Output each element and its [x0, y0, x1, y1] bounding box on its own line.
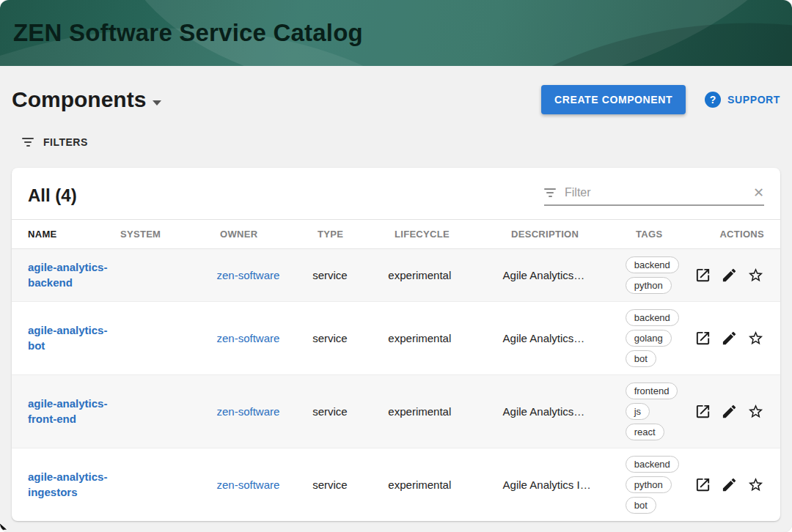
filter-icon [544, 188, 556, 197]
lifecycle-cell: experimental [388, 332, 502, 344]
tag-chip: react [626, 424, 664, 440]
column-header-actions: ACTIONS [706, 229, 764, 240]
type-cell: service [312, 269, 388, 281]
table-row: agile-analytics-backend zen-software ser… [12, 249, 780, 302]
edit-icon[interactable] [721, 267, 738, 284]
star-icon[interactable] [747, 267, 764, 284]
table-row: agile-analytics-ingestors zen-software s… [12, 448, 780, 521]
type-cell: service [312, 332, 388, 344]
description-cell: Agile Analytics… [503, 332, 626, 344]
lifecycle-cell: experimental [388, 405, 502, 418]
tag-chip: backend [626, 309, 679, 326]
edit-icon[interactable] [721, 403, 738, 420]
table-row: agile-analytics-bot zen-software service… [12, 302, 780, 375]
tags-cell: backend python bot [626, 456, 694, 514]
app-header: ZEN Software Service Catalog [0, 0, 792, 66]
actions-cell [694, 267, 764, 284]
description-cell: Agile Analytics… [503, 269, 626, 281]
tag-chip: python [626, 277, 672, 294]
tags-cell: backend python [626, 256, 694, 294]
open-in-new-icon[interactable] [694, 330, 711, 347]
chevron-down-icon[interactable] [153, 100, 161, 106]
table-filter: ✕ [544, 186, 764, 206]
description-cell: Agile Analytics I… [503, 479, 626, 491]
page-title: Components [12, 87, 146, 112]
actions-cell [694, 330, 764, 347]
open-in-new-icon[interactable] [694, 476, 711, 493]
component-link[interactable]: agile-analytics-bot [28, 323, 110, 353]
open-in-new-icon[interactable] [694, 267, 711, 284]
column-header-system[interactable]: SYSTEM [120, 229, 220, 240]
edit-icon[interactable] [721, 330, 738, 347]
create-component-button[interactable]: CREATE COMPONENT [541, 85, 686, 114]
star-icon[interactable] [747, 330, 764, 347]
filter-icon [22, 138, 34, 147]
star-icon[interactable] [747, 403, 764, 420]
catalog-card: All (4) ✕ NAME SYSTEM OWNER TYPE LIFECYC… [12, 168, 780, 521]
edit-icon[interactable] [721, 476, 738, 493]
tag-chip: frontend [626, 383, 678, 399]
filters-label: FILTERS [43, 136, 88, 148]
type-cell: service [312, 479, 388, 491]
component-link[interactable]: agile-analytics-ingestors [28, 470, 110, 500]
help-icon[interactable]: ? [705, 92, 721, 108]
open-in-new-icon[interactable] [694, 403, 711, 420]
lifecycle-cell: experimental [388, 479, 502, 491]
tags-cell: backend golang bot [626, 309, 694, 367]
tag-chip: backend [626, 456, 679, 473]
table-row: agile-analytics-front-end zen-software s… [12, 375, 780, 448]
filter-input[interactable] [565, 186, 744, 199]
owner-link[interactable]: zen-software [216, 269, 279, 281]
tag-chip: bot [626, 350, 656, 367]
table-header-row: NAME SYSTEM OWNER TYPE LIFECYCLE DESCRIP… [12, 219, 780, 249]
filters-toggle[interactable]: FILTERS [22, 136, 780, 148]
component-link[interactable]: agile-analytics-backend [28, 260, 110, 290]
star-icon[interactable] [747, 476, 764, 493]
column-header-name[interactable]: NAME [28, 229, 120, 240]
app-title: ZEN Software Service Catalog [13, 19, 363, 47]
actions-cell [694, 476, 764, 493]
tag-chip: python [626, 476, 672, 493]
column-header-tags[interactable]: TAGS [636, 229, 706, 240]
type-cell: service [312, 405, 388, 418]
column-header-lifecycle[interactable]: LIFECYCLE [395, 229, 511, 240]
tags-cell: frontend js react [626, 383, 694, 440]
result-count-heading: All (4) [28, 185, 77, 206]
actions-cell [694, 403, 764, 420]
clear-filter-icon[interactable]: ✕ [753, 186, 764, 199]
support-link[interactable]: ? SUPPORT [705, 92, 780, 108]
app-window: ZEN Software Service Catalog Components … [0, 0, 792, 532]
column-header-type[interactable]: TYPE [318, 229, 395, 240]
description-cell: Agile Analytics… [503, 405, 626, 418]
header-decoration [406, 0, 792, 66]
column-header-description[interactable]: DESCRIPTION [511, 229, 636, 240]
support-label: SUPPORT [727, 94, 780, 106]
tag-chip: golang [626, 330, 672, 347]
tag-chip: js [626, 403, 650, 420]
tag-chip: backend [626, 256, 679, 273]
mouse-cursor [0, 522, 10, 532]
owner-link[interactable]: zen-software [216, 405, 279, 418]
column-header-owner[interactable]: OWNER [220, 229, 318, 240]
component-link[interactable]: agile-analytics-front-end [28, 396, 110, 426]
lifecycle-cell: experimental [388, 269, 502, 281]
owner-link[interactable]: zen-software [216, 332, 279, 344]
owner-link[interactable]: zen-software [216, 479, 279, 491]
tag-chip: bot [626, 497, 656, 514]
